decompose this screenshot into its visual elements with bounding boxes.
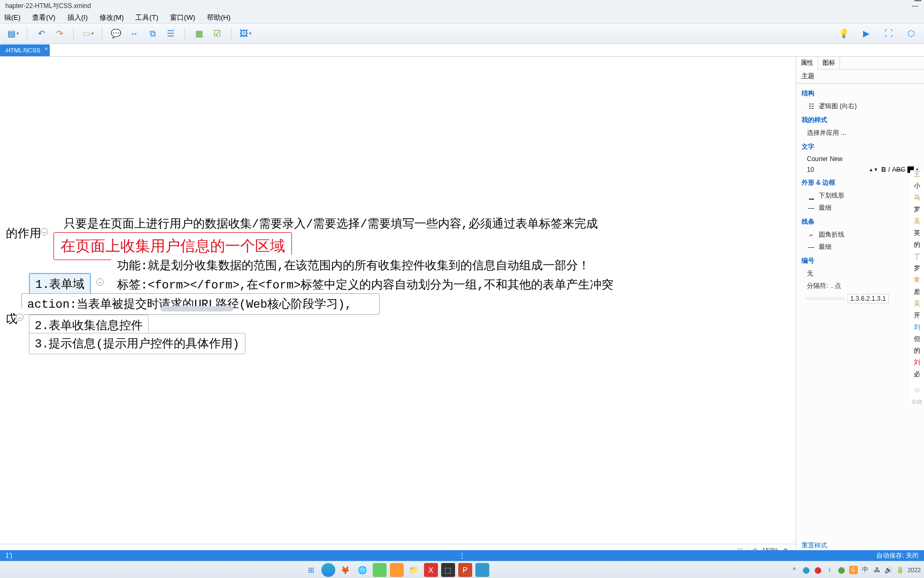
tray-sogou-icon[interactable]: S bbox=[849, 566, 858, 574]
chat-chip[interactable]: 的 bbox=[911, 347, 923, 354]
chat-chip[interactable]: 刘 bbox=[911, 323, 923, 331]
node-intro[interactable]: 只要是在页面上进行用户的数据收集/需要录入/需要选择/需要填写一些内容,必须通过… bbox=[58, 213, 604, 234]
tb-file-icon[interactable]: ▤▾ bbox=[5, 26, 20, 41]
structure-icon: ☷ bbox=[807, 103, 815, 110]
taskbar-folder-icon[interactable]: 📁 bbox=[407, 563, 421, 577]
chat-chip[interactable]: 丁 bbox=[911, 253, 923, 260]
add-icon[interactable]: ▦ bbox=[191, 26, 206, 41]
tray-icon[interactable]: ⬤ bbox=[837, 566, 846, 574]
menu-help[interactable]: 帮助(H) bbox=[205, 13, 233, 22]
layer-icon[interactable]: ⧉ bbox=[145, 26, 160, 41]
chat-chip[interactable]: 常 bbox=[911, 276, 923, 284]
chat-chip[interactable]: 开 bbox=[911, 311, 923, 319]
style-apply[interactable]: 选择并应用 ... bbox=[802, 127, 919, 139]
fullscreen-icon[interactable]: ⛶ bbox=[881, 26, 896, 41]
tray-battery-icon[interactable]: 🔋 bbox=[896, 566, 905, 574]
folder-icon[interactable]: ▭▾ bbox=[80, 26, 95, 41]
chat-chip[interactable]: 的 bbox=[911, 241, 923, 248]
canvas[interactable]: 的作用 – 只要是在页面上进行用户的数据收集/需要录入/需要选择/需要填写一些内… bbox=[0, 57, 796, 557]
number-none[interactable]: 无 bbox=[802, 268, 919, 280]
list-icon[interactable]: ☰ bbox=[163, 26, 178, 41]
chat-chip[interactable]: 小 bbox=[911, 182, 923, 189]
chat-chip[interactable]: 必 bbox=[911, 370, 923, 378]
tray-up-icon[interactable]: ^ bbox=[790, 566, 799, 574]
chat-chip[interactable]: 英 bbox=[911, 229, 923, 237]
lightbulb-icon[interactable]: 💡 bbox=[836, 26, 851, 41]
chat-chip[interactable]: 差 bbox=[911, 288, 923, 295]
check-icon[interactable]: ☑ bbox=[210, 26, 225, 41]
node-tag[interactable]: 标签:<form></form>,在<form>标签中定义的内容自动划分为一组,… bbox=[111, 274, 619, 295]
tray-volume-icon[interactable]: 🔊 bbox=[884, 566, 893, 574]
tray-ime-icon[interactable]: 中 bbox=[861, 566, 869, 574]
present-icon[interactable]: ▶ bbox=[859, 26, 874, 41]
menu-edit[interactable]: 辑(E) bbox=[2, 13, 22, 22]
shape-select[interactable]: ▁下划线形 bbox=[802, 189, 919, 202]
menubar: 辑(E) 查看(V) 插入(I) 修改(M) 工具(T) 窗口(W) 帮助(H) bbox=[0, 12, 924, 24]
node-role[interactable]: 的作用 bbox=[0, 223, 47, 244]
taskbar-xmind-icon[interactable]: X bbox=[424, 563, 438, 577]
sect-shape: 外形 & 边框 bbox=[802, 178, 919, 187]
chat-chip[interactable]: 刘 bbox=[911, 359, 923, 366]
tray-icon[interactable]: ⬤ bbox=[814, 566, 822, 574]
chat-chip[interactable]: 罗 bbox=[911, 264, 923, 272]
node-formfield[interactable]: 1.表单域 bbox=[29, 273, 91, 295]
share-icon[interactable]: ⬡ bbox=[904, 26, 919, 41]
bold-button[interactable]: B bbox=[881, 166, 886, 173]
sep-label: 分隔符: bbox=[807, 282, 828, 291]
tray-icon[interactable]: ⬤ bbox=[802, 566, 811, 574]
taskbar-app-icon[interactable] bbox=[390, 563, 404, 577]
node-hint[interactable]: 3.提示信息(提示用户控件的具体作用) bbox=[29, 333, 245, 354]
chat-chip[interactable]: 马 bbox=[911, 194, 923, 201]
menu-tools[interactable]: 工具(T) bbox=[133, 13, 160, 22]
node-action-edit[interactable]: action:当表单被提交时请求的URL路径(Web核心阶段学习), bbox=[21, 293, 380, 315]
note-icon[interactable]: 💬 bbox=[109, 26, 124, 41]
image-icon[interactable]: 🖼▾ bbox=[238, 26, 253, 41]
node-func[interactable]: 功能:就是划分收集数据的范围,在该范围内的所有收集控件收集到的信息自动组成一部分… bbox=[111, 255, 596, 276]
line-select[interactable]: ⌐圆角折线 bbox=[802, 229, 919, 241]
tab-properties[interactable]: 属性 bbox=[796, 57, 818, 70]
spinner-icon[interactable]: ▲▼ bbox=[868, 167, 878, 172]
font-select[interactable]: Courier New bbox=[802, 154, 919, 164]
redo-icon[interactable]: ↷ bbox=[52, 26, 67, 41]
chat-chip[interactable]: 王 bbox=[911, 170, 923, 178]
taskbar-app-icon[interactable] bbox=[475, 563, 489, 577]
minimize-button[interactable]: — bbox=[911, 2, 919, 10]
collapse-icon-2[interactable]: – bbox=[96, 278, 104, 286]
emoji-icon[interactable]: ☺ bbox=[913, 385, 921, 394]
taskbar-powerpoint-icon[interactable]: P bbox=[458, 563, 472, 577]
chat-chip[interactable]: 罗 bbox=[911, 206, 923, 213]
close-tab-icon[interactable]: × bbox=[44, 46, 48, 52]
taskbar-app-icon[interactable] bbox=[373, 563, 387, 577]
tray-bluetooth-icon[interactable]: ᚼ bbox=[826, 566, 834, 574]
collapse-icon[interactable]: – bbox=[41, 228, 48, 235]
shape-width[interactable]: —最细 bbox=[802, 202, 919, 214]
chat-chip[interactable]: 吴 bbox=[911, 300, 923, 307]
taskbar-firefox-icon[interactable]: 🦊 bbox=[338, 563, 352, 577]
file-tab[interactable]: -HTML与CSS × bbox=[0, 44, 50, 56]
chat-chip[interactable]: 但 bbox=[911, 335, 923, 343]
link-icon[interactable]: ↔ bbox=[127, 26, 142, 41]
italic-button[interactable]: I bbox=[888, 166, 890, 173]
status-autosave: 自动保存: 关闭 bbox=[876, 551, 919, 560]
tab-icons[interactable]: 图标 bbox=[818, 57, 840, 69]
taskbar-start-icon[interactable]: ⊞ bbox=[304, 563, 318, 577]
strike-button[interactable]: ABC bbox=[892, 166, 905, 173]
taskbar-chrome-icon[interactable]: 🌐 bbox=[356, 563, 369, 577]
collapse-icon-3[interactable]: – bbox=[16, 314, 24, 321]
structure-select[interactable]: ☷逻辑图 (向右) bbox=[802, 100, 919, 112]
menu-modify[interactable]: 修改(M) bbox=[97, 13, 126, 22]
taskbar-edge-icon[interactable] bbox=[321, 563, 335, 577]
taskbar-app-icon[interactable]: ⬚ bbox=[441, 563, 455, 577]
font-size-input[interactable]: 10 bbox=[807, 166, 814, 173]
menu-window[interactable]: 窗口(W) bbox=[168, 13, 197, 22]
undo-icon[interactable]: ↶ bbox=[34, 26, 49, 41]
menu-insert[interactable]: 插入(I) bbox=[65, 13, 90, 22]
number-prefix-input[interactable] bbox=[807, 298, 844, 300]
tray-network-icon[interactable]: 🖧 bbox=[873, 566, 881, 574]
tray-year: 2022 bbox=[908, 567, 921, 573]
edit-scrollbar[interactable] bbox=[160, 306, 233, 311]
menu-view[interactable]: 查看(V) bbox=[30, 13, 57, 22]
sep-value[interactable]: . 点 bbox=[831, 282, 841, 291]
line-width[interactable]: —最细 bbox=[802, 241, 919, 253]
chat-chip[interactable]: 吴 bbox=[911, 217, 923, 225]
